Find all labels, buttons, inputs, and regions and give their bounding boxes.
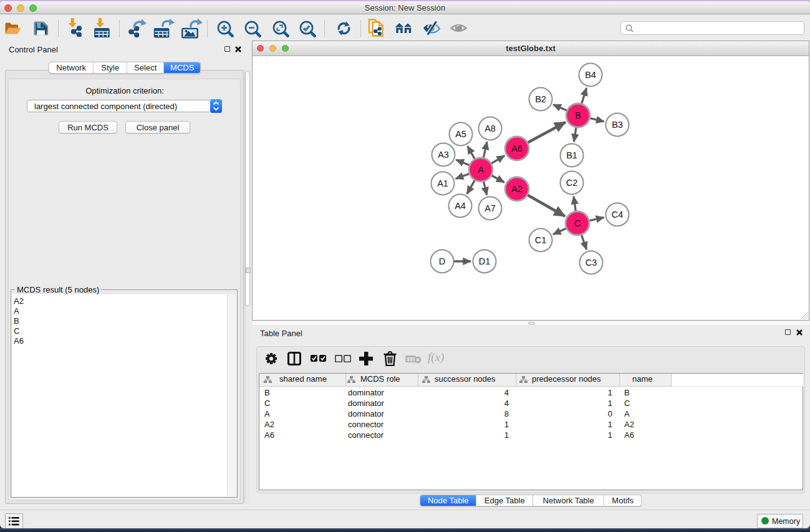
svg-text:B1: B1 — [566, 150, 577, 160]
svg-text:A: A — [478, 165, 484, 175]
svg-text:D1: D1 — [479, 256, 491, 266]
svg-text:A1: A1 — [437, 178, 448, 188]
svg-text:A8: A8 — [485, 123, 496, 133]
svg-text:A5: A5 — [455, 129, 466, 139]
svg-text:C4: C4 — [612, 210, 624, 220]
svg-text:A2: A2 — [511, 184, 523, 194]
svg-text:A6: A6 — [511, 143, 523, 153]
svg-text:C: C — [574, 218, 581, 228]
svg-text:B4: B4 — [585, 70, 596, 80]
svg-text:D: D — [439, 256, 445, 266]
svg-text:B: B — [575, 110, 581, 120]
svg-text:B3: B3 — [612, 120, 623, 130]
svg-text:A4: A4 — [455, 201, 466, 211]
svg-text:A7: A7 — [485, 203, 496, 213]
svg-text:C1: C1 — [535, 235, 547, 245]
svg-text:B2: B2 — [535, 94, 546, 104]
svg-text:C3: C3 — [586, 258, 597, 268]
svg-text:C2: C2 — [566, 178, 578, 188]
svg-text:A3: A3 — [438, 150, 449, 160]
